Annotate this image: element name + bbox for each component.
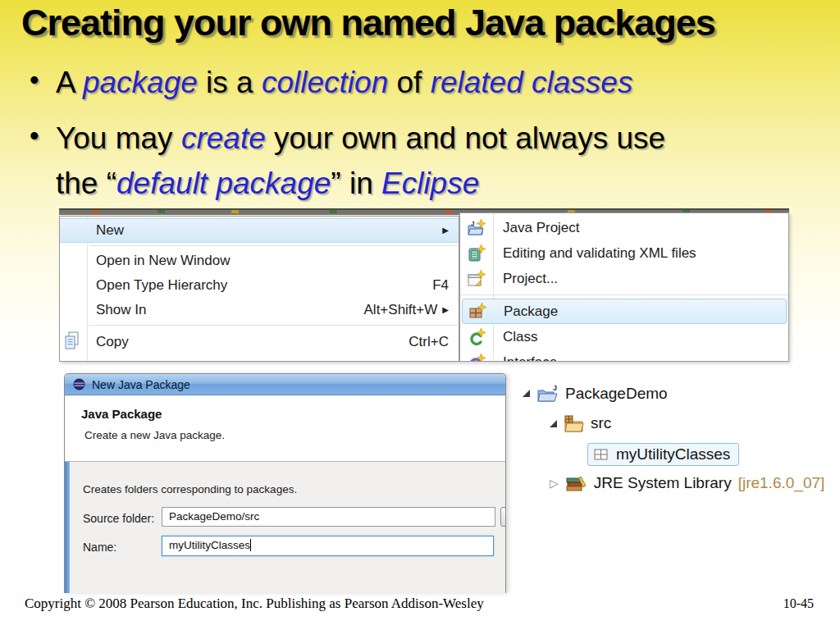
- text-cursor: [250, 539, 251, 551]
- source-folder-label: Source folder:: [83, 512, 154, 525]
- menu-item-label: Show In: [96, 298, 146, 322]
- svg-text:J: J: [553, 384, 557, 392]
- bullet-text-segment: is a: [198, 66, 262, 99]
- new-java-package-dialog: New Java Package Java Package Create a n…: [64, 373, 506, 593]
- bullet-item-1: •A package is a collection of related cl…: [30, 61, 632, 106]
- submenu-item-project[interactable]: Project...: [460, 266, 788, 291]
- expanded-arrow-icon[interactable]: [523, 390, 530, 397]
- dialog-titlebar: New Java Package: [65, 374, 505, 395]
- source-folder-value: PackageDemo/src: [169, 510, 259, 523]
- page-title: Creating your own named Java packages: [21, 2, 715, 44]
- bullet-marker: •: [30, 116, 39, 157]
- tree-item-label: JRE System Library: [594, 474, 732, 492]
- context-menu: New ▶ Open in New Window Open Type Hiera…: [59, 216, 459, 362]
- svg-text:J: J: [471, 220, 474, 227]
- bullet-item-2: •You may create your own and not always …: [30, 116, 819, 207]
- class-icon: [468, 327, 486, 346]
- submenu-item-label: Java Project: [503, 220, 580, 235]
- submenu-item-class[interactable]: Class: [460, 324, 788, 349]
- tree-item-packagedemo[interactable]: J PackageDemo: [523, 384, 668, 403]
- library-icon: [565, 475, 587, 492]
- collapsed-arrow-icon[interactable]: ▷: [550, 477, 559, 489]
- name-label: Name:: [83, 541, 116, 554]
- bullet-text-segment: collection: [262, 66, 388, 99]
- bullet-text-segment: your own and not always use: [266, 121, 665, 155]
- menu-separator: [89, 325, 457, 326]
- dialog-header: Java Package Create a new Java package.: [65, 395, 505, 462]
- menu-item-open-in-new-window[interactable]: Open in New Window: [60, 249, 459, 273]
- submenu-item-interface[interactable]: Interface: [460, 349, 788, 362]
- submenu-item-label: Class: [503, 329, 538, 345]
- menu-item-show-in[interactable]: Show In Alt+Shift+W ▶: [60, 298, 459, 322]
- tree-selection-highlight: myUtilityClasses: [587, 443, 739, 466]
- submenu-item-label: Project...: [503, 271, 558, 286]
- bullet-text-segment: Eclipse: [381, 167, 479, 200]
- xml-file-icon: [468, 244, 486, 262]
- tree-item-label: PackageDemo: [565, 385, 668, 403]
- new-submenu: J Java Project Editing and validating XM…: [459, 212, 789, 362]
- menu-item-label: Open Type Hierarchy: [96, 273, 227, 298]
- footer-copyright: Copyright © 2008 Pearson Education, Inc.…: [25, 596, 484, 612]
- package-explorer-tree: J PackageDemo src myUtility: [517, 377, 840, 509]
- menu-item-label: Open in New Window: [96, 249, 230, 273]
- menu-separator: [89, 245, 457, 246]
- menu-shortcut: F4: [432, 273, 449, 298]
- menu-separator: [460, 294, 788, 295]
- java-project-folder-icon: J: [536, 384, 559, 403]
- package-name-field[interactable]: myUtilityClasses: [162, 536, 494, 556]
- submenu-item-label: Interface: [503, 354, 557, 362]
- package-icon: [468, 302, 487, 321]
- copy-icon: [64, 331, 80, 351]
- dialog-heading: Java Package: [81, 407, 505, 421]
- interface-icon: [468, 353, 486, 362]
- expanded-arrow-icon[interactable]: [550, 420, 557, 427]
- bullet-text-segment: A: [56, 66, 83, 99]
- submenu-item-xml-files[interactable]: Editing and validating XML files: [460, 240, 788, 266]
- submenu-arrow-icon: ▶: [442, 298, 449, 322]
- package-name-value: myUtilityClasses: [169, 539, 250, 551]
- slide: Creating your own named Java packages •A…: [0, 0, 840, 630]
- submenu-item-java-project[interactable]: J Java Project: [460, 215, 788, 240]
- submenu-arrow-icon: ▶: [442, 218, 449, 243]
- dialog-subtitle: Create a new Java package.: [84, 429, 505, 441]
- bullet-text-segment: create: [181, 121, 266, 155]
- bullet-marker: •: [30, 61, 39, 101]
- bullet-text-segment: ” in: [331, 167, 381, 200]
- bullet-text-segment: of: [388, 66, 430, 99]
- project-icon: [468, 269, 486, 288]
- source-folder-icon: [564, 415, 584, 432]
- menu-item-copy[interactable]: Copy Ctrl+C: [60, 328, 459, 356]
- menu-shortcut: Alt+Shift+W: [364, 298, 438, 322]
- dialog-body: Creates folders corresponding to package…: [65, 462, 505, 593]
- bullet-text-segment: default package: [116, 167, 331, 200]
- bullet-text-segment: related classes: [431, 66, 633, 99]
- menu-item-new[interactable]: New ▶: [60, 218, 459, 243]
- dialog-title: New Java Package: [92, 378, 190, 391]
- menu-shortcut: Ctrl+C: [409, 328, 449, 356]
- tree-item-jre-system-library[interactable]: ▷ JRE System Library [jre1.6.0_07]: [550, 474, 824, 492]
- tree-item-src[interactable]: src: [550, 414, 611, 432]
- tree-item-label: myUtilityClasses: [616, 445, 730, 463]
- bullet-text-segment: package: [83, 66, 198, 99]
- menu-item-open-type-hierarchy[interactable]: Open Type Hierarchy F4: [60, 273, 459, 298]
- eclipse-logo-icon: [73, 378, 85, 390]
- menu-item-label: Copy: [96, 328, 129, 356]
- browse-button[interactable]: [500, 507, 506, 527]
- tree-item-label: src: [591, 414, 611, 432]
- bullet-text-segment: the “: [56, 167, 116, 200]
- java-project-icon: J: [468, 218, 486, 237]
- jre-version-text: [jre1.6.0_07]: [738, 474, 825, 492]
- tree-item-myutilityclasses[interactable]: myUtilityClasses: [587, 443, 739, 466]
- footer-page-number: 10-45: [783, 596, 814, 611]
- submenu-item-label: Editing and validating XML files: [503, 245, 696, 261]
- dialog-description: Creates folders corresponding to package…: [83, 483, 297, 495]
- menu-item-label: New: [96, 218, 124, 243]
- source-folder-field[interactable]: PackageDemo/src: [162, 507, 495, 527]
- submenu-item-label: Package: [504, 304, 558, 319]
- submenu-item-package[interactable]: Package: [462, 299, 787, 324]
- empty-package-icon: [593, 447, 609, 462]
- bullet-text-segment: You may: [56, 121, 181, 155]
- window-border-strip: [65, 462, 70, 593]
